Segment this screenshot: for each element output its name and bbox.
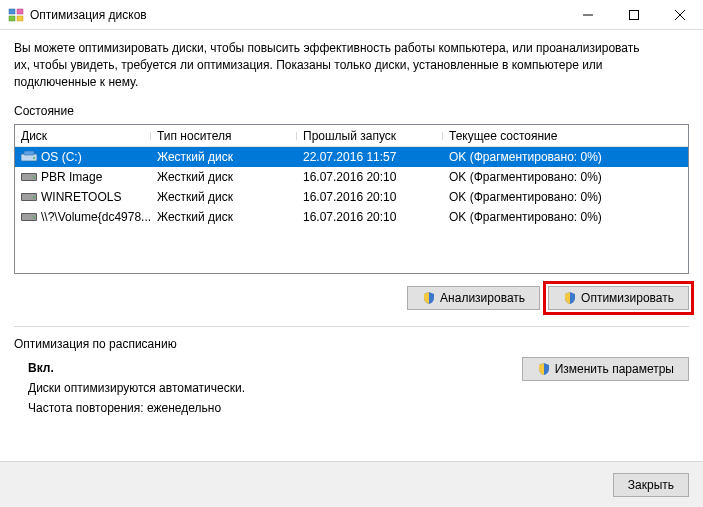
cell-status: OK (Фрагментировано: 0%) (443, 150, 688, 164)
close-button-label: Закрыть (628, 478, 674, 492)
cell-disk: OS (C:) (15, 150, 151, 164)
cell-last-run: 16.07.2016 20:10 (297, 210, 443, 224)
cell-last-run: 16.07.2016 20:10 (297, 190, 443, 204)
hdd-icon (21, 171, 37, 183)
intro-line: подключенные к нему. (14, 74, 689, 91)
schedule-desc: Диски оптимизируются автоматически. (28, 381, 245, 395)
analyze-button-label: Анализировать (440, 291, 525, 305)
table-row[interactable]: PBR ImageЖесткий диск16.07.2016 20:10OK … (15, 167, 688, 187)
bottom-bar: Закрыть (0, 461, 703, 507)
close-button[interactable] (657, 0, 703, 29)
cell-last-run: 16.07.2016 20:10 (297, 170, 443, 184)
disk-name: \\?\Volume{dc4978... (41, 210, 151, 224)
column-last-run[interactable]: Прошлый запуск (297, 129, 443, 143)
schedule-freq: Частота повторения: еженедельно (28, 401, 245, 415)
svg-rect-3 (17, 16, 23, 21)
svg-rect-5 (630, 10, 639, 19)
app-icon (8, 7, 24, 23)
schedule-section-label: Оптимизация по расписанию (14, 337, 689, 351)
cell-media: Жесткий диск (151, 210, 297, 224)
shield-icon (422, 291, 436, 305)
close-dialog-button[interactable]: Закрыть (613, 473, 689, 497)
analyze-button[interactable]: Анализировать (407, 286, 540, 310)
cell-media: Жесткий диск (151, 150, 297, 164)
divider (14, 326, 689, 327)
column-media[interactable]: Тип носителя (151, 129, 297, 143)
schedule-info: Вкл. Диски оптимизируются автоматически.… (14, 361, 245, 421)
cell-status: OK (Фрагментировано: 0%) (443, 210, 688, 224)
optimize-button-label: Оптимизировать (581, 291, 674, 305)
maximize-button[interactable] (611, 0, 657, 29)
intro-text: Вы можете оптимизировать диски, чтобы по… (14, 40, 689, 90)
cell-status: OK (Фрагментировано: 0%) (443, 170, 688, 184)
cell-media: Жесткий диск (151, 190, 297, 204)
svg-point-10 (33, 157, 35, 159)
disk-name: WINRETOOLS (41, 190, 121, 204)
status-section-label: Состояние (14, 104, 689, 118)
window-title: Оптимизация дисков (30, 8, 565, 22)
intro-line: Вы можете оптимизировать диски, чтобы по… (14, 40, 689, 57)
minimize-button[interactable] (565, 0, 611, 29)
window-controls (565, 0, 703, 29)
shield-icon (537, 362, 551, 376)
column-status[interactable]: Текущее состояние (443, 129, 688, 143)
change-params-button[interactable]: Изменить параметры (522, 357, 689, 381)
cell-last-run: 22.07.2016 11:57 (297, 150, 443, 164)
os-drive-icon (21, 151, 37, 163)
cell-status: OK (Фрагментировано: 0%) (443, 190, 688, 204)
cell-disk: WINRETOOLS (15, 190, 151, 204)
svg-rect-1 (17, 9, 23, 14)
cell-disk: \\?\Volume{dc4978... (15, 210, 151, 224)
table-row[interactable]: OS (C:)Жесткий диск22.07.2016 11:57OK (Ф… (15, 147, 688, 167)
disk-name: PBR Image (41, 170, 102, 184)
svg-point-19 (33, 217, 35, 219)
shield-icon (563, 291, 577, 305)
cell-media: Жесткий диск (151, 170, 297, 184)
table-row[interactable]: \\?\Volume{dc4978...Жесткий диск16.07.20… (15, 207, 688, 227)
disk-name: OS (C:) (41, 150, 82, 164)
hdd-icon (21, 211, 37, 223)
hdd-icon (21, 191, 37, 203)
column-disk[interactable]: Диск (15, 129, 151, 143)
schedule-state: Вкл. (28, 361, 245, 375)
svg-rect-9 (24, 151, 34, 155)
svg-point-16 (33, 197, 35, 199)
drive-table: Диск Тип носителя Прошлый запуск Текущее… (14, 124, 689, 274)
optimize-button[interactable]: Оптимизировать (548, 286, 689, 310)
cell-disk: PBR Image (15, 170, 151, 184)
svg-point-13 (33, 177, 35, 179)
table-header: Диск Тип носителя Прошлый запуск Текущее… (15, 125, 688, 147)
svg-rect-2 (9, 16, 15, 21)
table-row[interactable]: WINRETOOLSЖесткий диск16.07.2016 20:10OK… (15, 187, 688, 207)
intro-line: их, чтобы увидеть, требуется ли оптимиза… (14, 57, 689, 74)
change-params-label: Изменить параметры (555, 362, 674, 376)
titlebar: Оптимизация дисков (0, 0, 703, 30)
svg-rect-0 (9, 9, 15, 14)
